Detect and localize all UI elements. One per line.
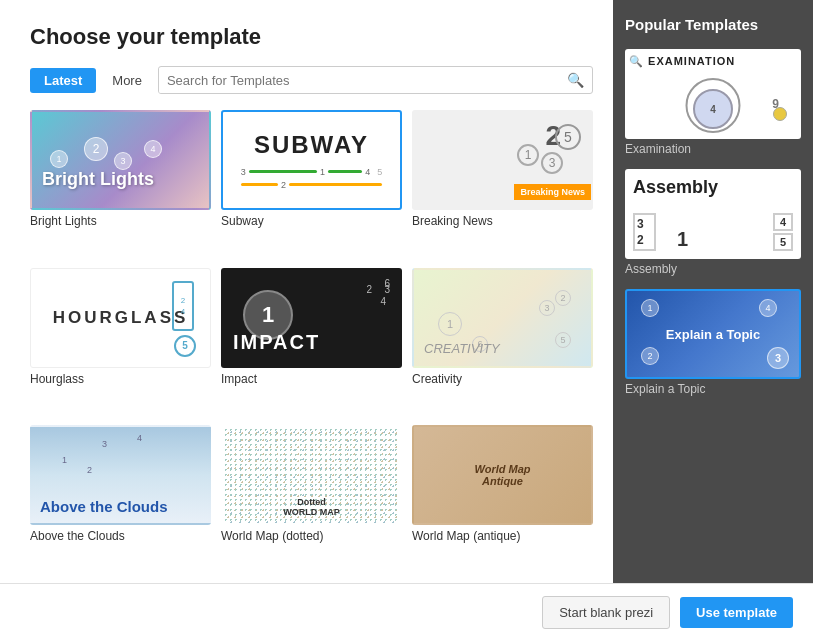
bright-lights-label: Bright Lights — [30, 214, 211, 228]
modal-body: Choose your template Latest More 🔍 1 2 3… — [0, 0, 813, 583]
popular-explain-topic[interactable]: Explain a Topic 1 2 4 3 Explain a Topic — [625, 289, 801, 397]
start-blank-button[interactable]: Start blank prezi — [542, 596, 670, 629]
hourglass-label: Hourglass — [30, 372, 211, 386]
subway-label: Subway — [221, 214, 402, 228]
right-panel: Popular Templates 🔍 EXAMINATION 4 9 Exam… — [613, 0, 813, 583]
template-world-map-dotted[interactable]: DottedWORLD MAP World Map (dotted) — [221, 425, 402, 573]
template-subway[interactable]: SUBWAY 3 1 4 5 — [221, 110, 402, 258]
search-bar: 🔍 — [158, 66, 593, 94]
impact-label: Impact — [221, 372, 402, 386]
search-button[interactable]: 🔍 — [559, 67, 592, 93]
bright-lights-title: Bright Lights — [42, 169, 154, 190]
breaking-news-label: Breaking News — [412, 214, 593, 228]
modal-footer: Start blank prezi Use template — [0, 583, 813, 641]
popular-title: Popular Templates — [625, 16, 801, 33]
explain-topic-label: Explain a Topic — [625, 382, 706, 396]
modal-title: Choose your template — [30, 24, 593, 50]
popular-examination[interactable]: 🔍 EXAMINATION 4 9 Examination — [625, 49, 801, 157]
popular-assembly[interactable]: Assembly 3 2 1 4 5 Assembly — [625, 169, 801, 277]
toolbar: Latest More 🔍 — [30, 66, 593, 94]
search-input[interactable] — [159, 68, 559, 93]
examination-label: Examination — [625, 142, 691, 156]
template-bright-lights[interactable]: 1 2 3 4 Bright Lights Bright Lights — [30, 110, 211, 258]
templates-grid: 1 2 3 4 Bright Lights Bright Lights SUBW… — [30, 110, 593, 573]
template-impact[interactable]: 6 2 3 1 4 IMPACT Impact — [221, 268, 402, 416]
world-map-antique-label: World Map (antique) — [412, 529, 593, 543]
template-breaking-news[interactable]: 2 5 1 3 Breaking News Breaking News — [412, 110, 593, 258]
assembly-label: Assembly — [625, 262, 677, 276]
template-above-clouds[interactable]: 3 4 1 2 Above the Clouds Above the Cloud… — [30, 425, 211, 573]
template-world-map-antique[interactable]: World MapAntique World Map (antique) — [412, 425, 593, 573]
breaking-badge: Breaking News — [514, 184, 591, 200]
template-hourglass[interactable]: HOURGLASS 2 4 5 Hourglass — [30, 268, 211, 416]
template-creativity[interactable]: 2 3 5 1 6 CREATIVITY Creativity — [412, 268, 593, 416]
more-button[interactable]: More — [104, 68, 150, 93]
world-map-dotted-label: World Map (dotted) — [221, 529, 402, 543]
left-panel: Choose your template Latest More 🔍 1 2 3… — [0, 0, 613, 583]
use-template-button[interactable]: Use template — [680, 597, 793, 628]
modal: Choose your template Latest More 🔍 1 2 3… — [0, 0, 813, 641]
above-clouds-label: Above the Clouds — [30, 529, 211, 543]
latest-button[interactable]: Latest — [30, 68, 96, 93]
creativity-label: Creativity — [412, 372, 593, 386]
